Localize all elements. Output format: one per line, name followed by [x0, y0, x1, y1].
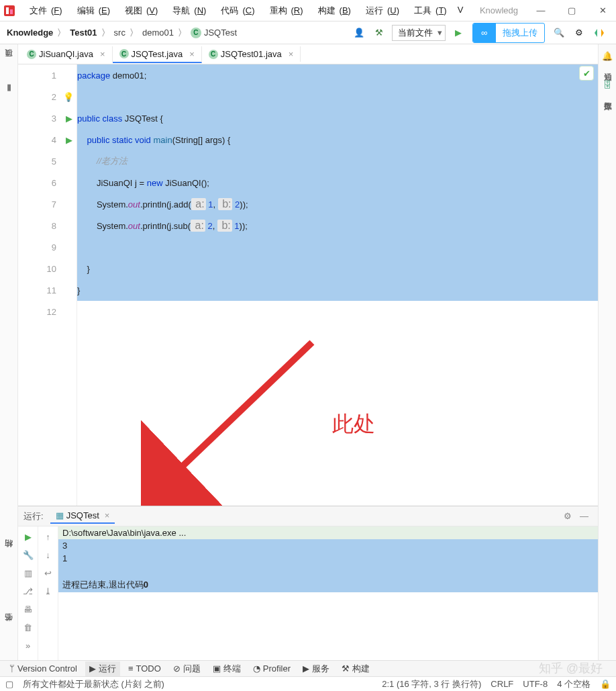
- gutter-line[interactable]: 3▶: [18, 107, 76, 129]
- status-caret-pos[interactable]: 2:1 (16 字符, 3 行 换行符): [382, 678, 481, 690]
- annotation-text: 此处: [332, 410, 375, 439]
- toolwindow-quick-icon[interactable]: ▢: [5, 679, 13, 689]
- run-hide-icon[interactable]: —: [580, 511, 588, 521]
- play-icon: ▶: [89, 663, 96, 674]
- gutter-line[interactable]: 7: [18, 193, 76, 215]
- run-config-tab[interactable]: ▦ JSQTest ×: [50, 508, 115, 524]
- intention-bulb-icon[interactable]: 💡: [63, 92, 74, 102]
- close-icon[interactable]: ×: [189, 49, 195, 59]
- window-close-button[interactable]: ✕: [593, 3, 612, 18]
- tab-jisuanqi[interactable]: C JiSuanQI.java ×: [20, 46, 113, 62]
- codewithme-icon[interactable]: [592, 26, 607, 40]
- list-icon: ≡: [128, 663, 134, 674]
- status-lock-icon[interactable]: 🔒: [600, 679, 611, 689]
- run-toolbar-nav: ↑ ↓ ↩ ⤓: [38, 526, 58, 661]
- code-text: new: [147, 178, 163, 188]
- upload-button[interactable]: ∞ 拖拽上传: [472, 23, 545, 43]
- soft-wrap-icon[interactable]: ↩: [44, 568, 52, 578]
- gutter-line[interactable]: 12: [18, 301, 76, 322]
- inspection-ok-icon[interactable]: ✔: [579, 66, 594, 81]
- menu-view[interactable]: 视图(V): [117, 3, 162, 18]
- tool-problems[interactable]: ⊘问题: [169, 661, 205, 676]
- tab-jsqtest01[interactable]: C JSQTest01.java ×: [202, 46, 301, 62]
- console-output[interactable]: D:\software\Java\bin\java.exe ... 3 1 进程…: [58, 526, 598, 661]
- window-minimize-button[interactable]: —: [531, 3, 550, 18]
- tool-build[interactable]: ⚒构建: [338, 661, 374, 676]
- param-hint: a:: [191, 220, 205, 232]
- tools-wrench-icon[interactable]: 🔧: [23, 550, 34, 560]
- menu-edit[interactable]: 编辑(E): [69, 3, 114, 18]
- build-hammer-icon[interactable]: ⚒: [372, 26, 387, 40]
- tool-version-control[interactable]: ᛘVersion Control: [5, 662, 81, 675]
- tool-todo[interactable]: ≡TODO: [124, 662, 165, 675]
- run-config-combo[interactable]: 当前文件: [392, 25, 446, 41]
- search-icon[interactable]: 🔍: [552, 26, 566, 40]
- console-line: [58, 565, 598, 578]
- database-icon[interactable]: 🗄: [599, 80, 616, 90]
- delete-trash-icon[interactable]: 🗑: [23, 623, 32, 633]
- run-gutter-icon[interactable]: ▶: [66, 135, 72, 145]
- menu-code[interactable]: 代码(C): [213, 3, 258, 18]
- gutter-line[interactable]: 10: [18, 258, 76, 279]
- menu-vcs[interactable]: V: [454, 3, 468, 18]
- code-area[interactable]: ✔ package demo01; public class JSQTest {…: [77, 64, 598, 510]
- gutter-line[interactable]: 2💡: [18, 86, 76, 107]
- close-icon[interactable]: ×: [100, 49, 105, 59]
- gutter-line[interactable]: 8: [18, 215, 76, 236]
- crumb-package[interactable]: demo01: [142, 28, 174, 38]
- close-icon[interactable]: ×: [289, 49, 294, 59]
- menu-file[interactable]: 文件(F): [21, 3, 66, 18]
- crumb-project[interactable]: Knowledge: [7, 28, 53, 38]
- code-text: main: [151, 135, 172, 145]
- menu-refactor[interactable]: 重构(R): [262, 3, 307, 18]
- console-exit-line: 进程已结束,退出代码0: [58, 578, 598, 592]
- expand-icon[interactable]: »: [25, 641, 30, 651]
- folder-icon[interactable]: ▮: [0, 82, 17, 92]
- menu-tools[interactable]: 工具(T): [406, 3, 451, 18]
- scroll-end-icon[interactable]: ⤓: [44, 586, 52, 596]
- crumb-class[interactable]: JSQTest: [204, 28, 237, 38]
- user-icon[interactable]: 👤: [352, 26, 366, 40]
- title-bar: 文件(F) 编辑(E) 视图(V) 导航(N) 代码(C) 重构(R) 构建(B…: [0, 0, 616, 21]
- notifications-bell-icon[interactable]: 🔔: [599, 51, 616, 61]
- cloud-link-icon: ∞: [473, 24, 496, 42]
- stop-icon[interactable]: ▥: [24, 568, 32, 578]
- arrow-down-icon[interactable]: ↓: [46, 550, 50, 560]
- run-settings-gear-icon[interactable]: ⚙: [564, 511, 572, 521]
- gutter-line[interactable]: 6: [18, 172, 76, 193]
- menu-navigate[interactable]: 导航(N): [164, 3, 210, 18]
- gutter-line[interactable]: 5: [18, 150, 76, 172]
- tool-terminal[interactable]: ▣终端: [209, 661, 245, 676]
- tab-jsqtest[interactable]: C JSQTest.java ×: [113, 46, 202, 63]
- tab-label: JSQTest01.java: [221, 49, 282, 59]
- tool-profiler[interactable]: ◔Profiler: [249, 662, 295, 675]
- run-gutter-icon[interactable]: ▶: [66, 113, 72, 124]
- class-icon: C: [119, 49, 129, 58]
- gutter-line[interactable]: 1: [18, 64, 76, 86]
- rerun-play-icon[interactable]: ▶: [25, 532, 32, 542]
- run-play-icon[interactable]: ▶: [451, 26, 466, 40]
- console-line: 3: [58, 539, 598, 552]
- print-icon[interactable]: 🖶: [23, 604, 32, 614]
- gutter-line[interactable]: 4▶: [18, 129, 76, 150]
- crumb-module[interactable]: Test01: [70, 28, 97, 38]
- tool-services[interactable]: ▶服务: [299, 661, 333, 676]
- code-text: void: [132, 135, 150, 145]
- crumb-src[interactable]: src: [114, 28, 125, 38]
- tab-label: JSQTest.java: [132, 49, 183, 59]
- menu-run[interactable]: 运行(U): [358, 3, 403, 18]
- window-maximize-button[interactable]: ▢: [562, 3, 581, 18]
- gutter-line[interactable]: 9: [18, 236, 76, 258]
- menu-build[interactable]: 构建(B): [310, 3, 355, 18]
- tool-run[interactable]: ▶运行: [85, 661, 120, 676]
- status-indent[interactable]: 4 个空格: [557, 678, 591, 690]
- run-tool-window: 运行: ▦ JSQTest × ⚙ — ▶ 🔧 ▥ ⎇ 🖶 🗑 » ↑ ↓ ↩ …: [18, 506, 598, 661]
- arrow-up-icon[interactable]: ↑: [46, 532, 50, 542]
- status-encoding[interactable]: UTF-8: [523, 679, 548, 689]
- gutter-line[interactable]: 11: [18, 279, 76, 301]
- dump-threads-icon[interactable]: ⎇: [23, 586, 33, 596]
- status-line-sep[interactable]: CRLF: [491, 679, 513, 689]
- code-text: }: [77, 285, 80, 295]
- close-icon[interactable]: ×: [105, 510, 110, 520]
- settings-gear-icon[interactable]: ⚙: [572, 26, 586, 40]
